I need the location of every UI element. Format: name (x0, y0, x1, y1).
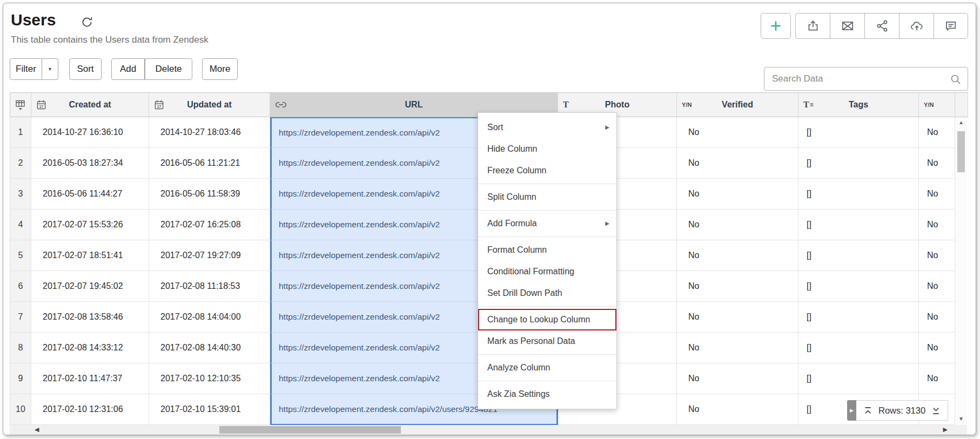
cell-updated-at[interactable]: 2014-10-27 18:03:46 (149, 117, 270, 148)
column-header-created-at[interactable]: 17 Created at (31, 92, 149, 117)
horizontal-scroll-thumb[interactable] (219, 426, 401, 434)
cell-verified[interactable]: No (677, 333, 798, 363)
cell-tags[interactable]: [] (798, 271, 919, 302)
add-row-button[interactable]: Add (111, 58, 145, 80)
cell-yn[interactable]: No (919, 363, 955, 394)
row-number[interactable]: 7 (10, 302, 31, 333)
cell-yn[interactable]: No (919, 117, 955, 148)
cell-updated-at[interactable]: 2017-02-08 11:18:53 (149, 271, 270, 302)
cell-yn[interactable]: No (919, 240, 955, 271)
menu-item-hide-column[interactable]: Hide Column (478, 138, 616, 160)
comment-button[interactable] (934, 13, 968, 39)
scroll-left-icon[interactable]: ◀ (35, 426, 39, 433)
menu-item-change-to-lookup-column[interactable]: Change to Lookup Column (478, 309, 616, 330)
cell-verified[interactable]: No (677, 210, 798, 240)
row-number[interactable]: 6 (10, 271, 31, 302)
go-to-top-button[interactable] (863, 406, 872, 415)
cell-tags[interactable]: [] (798, 117, 919, 148)
column-header-clipped[interactable]: Y/N (919, 92, 955, 117)
cell-verified[interactable]: No (677, 148, 798, 179)
vertical-scroll-thumb[interactable] (957, 131, 965, 172)
column-header-updated-at[interactable]: 17 Updated at (149, 92, 270, 117)
cell-tags[interactable]: [] (798, 148, 919, 179)
cell-updated-at[interactable]: 2016-05-06 11:58:39 (149, 179, 270, 210)
cell-yn[interactable]: No (919, 271, 955, 302)
row-number[interactable]: 8 (10, 333, 31, 363)
cell-yn[interactable]: No (919, 302, 955, 333)
cell-verified[interactable]: No (677, 240, 798, 271)
cell-yn[interactable]: No (919, 333, 955, 363)
cell-verified[interactable]: No (677, 363, 798, 394)
cell-created-at[interactable]: 2016-05-03 18:27:34 (31, 148, 149, 179)
cell-tags[interactable]: [] (798, 210, 919, 240)
cell-tags[interactable]: [] (798, 240, 919, 271)
refresh-icon[interactable] (80, 15, 94, 29)
cell-created-at[interactable]: 2016-05-06 11:44:27 (31, 179, 149, 210)
cell-tags[interactable]: [] (798, 333, 919, 363)
cell-yn[interactable]: No (919, 179, 955, 210)
filter-button[interactable]: Filter (10, 58, 42, 80)
scroll-up-icon[interactable]: ▲ (955, 119, 967, 125)
row-number[interactable]: 4 (10, 210, 31, 240)
cloud-upload-button[interactable] (899, 13, 934, 39)
cell-tags[interactable]: [] (798, 179, 919, 210)
row-number[interactable]: 5 (10, 240, 31, 271)
cell-verified[interactable]: No (677, 394, 798, 425)
column-header-tags[interactable]: T≡ Tags (798, 92, 919, 117)
share-button[interactable] (864, 13, 899, 39)
menu-item-mark-as-personal-data[interactable]: Mark as Personal Data (478, 330, 616, 352)
menu-item-conditional-formatting[interactable]: Conditional Formatting (478, 261, 616, 282)
cell-verified[interactable]: No (677, 179, 798, 210)
cell-created-at[interactable]: 2017-02-07 19:45:02 (31, 271, 149, 302)
horizontal-scrollbar[interactable]: ◀ ▶ (10, 425, 967, 435)
select-all-header[interactable] (10, 92, 31, 117)
cell-updated-at[interactable]: 2017-02-10 12:10:35 (149, 363, 270, 394)
row-number[interactable]: 3 (10, 179, 31, 210)
more-button[interactable]: More (202, 58, 238, 80)
sort-button[interactable]: Sort (69, 58, 102, 80)
menu-item-format-column[interactable]: Format Column (478, 239, 616, 261)
cell-created-at[interactable]: 2017-02-10 12:31:06 (31, 394, 149, 425)
scroll-right-icon[interactable]: ▶ (943, 426, 948, 433)
delete-button[interactable]: Delete (145, 58, 192, 80)
search-input[interactable] (764, 67, 968, 90)
cell-verified[interactable]: No (677, 117, 798, 148)
go-to-bottom-button[interactable] (931, 406, 941, 415)
menu-item-freeze-column[interactable]: Freeze Column (478, 160, 616, 181)
email-button[interactable] (830, 13, 864, 39)
cell-updated-at[interactable]: 2016-05-06 11:21:21 (149, 148, 270, 179)
row-number[interactable]: 2 (10, 148, 31, 179)
cell-yn[interactable]: No (919, 210, 955, 240)
cell-updated-at[interactable]: 2017-02-08 14:40:30 (149, 333, 270, 363)
row-number[interactable]: 1 (10, 117, 31, 148)
cell-created-at[interactable]: 2017-02-08 13:58:46 (31, 302, 149, 333)
cell-created-at[interactable]: 2017-02-08 14:33:12 (31, 333, 149, 363)
menu-item-add-formula[interactable]: Add Formula▶ (478, 213, 616, 234)
menu-item-sort[interactable]: Sort▶ (478, 117, 616, 138)
row-number[interactable]: 9 (10, 363, 31, 394)
collapse-tab[interactable]: ▶ (847, 400, 856, 421)
menu-item-set-drill-down-path[interactable]: Set Drill Down Path (478, 282, 616, 304)
cell-created-at[interactable]: 2017-02-10 11:47:37 (31, 363, 149, 394)
vertical-scrollbar[interactable]: ▲ ▼ (955, 117, 967, 425)
menu-item-analyze-column[interactable]: Analyze Column (478, 357, 616, 379)
cell-tags[interactable]: [] (798, 302, 919, 333)
cell-updated-at[interactable]: 2017-02-07 16:25:08 (149, 210, 270, 240)
menu-item-split-column[interactable]: Split Column (478, 186, 616, 208)
row-number[interactable]: 10 (10, 394, 31, 425)
cell-created-at[interactable]: 2017-02-07 15:53:26 (31, 210, 149, 240)
column-header-verified[interactable]: Y/N Verified (677, 92, 798, 117)
cell-verified[interactable]: No (677, 271, 798, 302)
cell-created-at[interactable]: 2017-02-07 18:51:41 (31, 240, 149, 271)
cell-tags[interactable]: [] (798, 363, 919, 394)
filter-dropdown-button[interactable]: ▼ (42, 58, 58, 80)
cell-updated-at[interactable]: 2017-02-07 19:27:09 (149, 240, 270, 271)
cell-updated-at[interactable]: 2017-02-08 14:04:00 (149, 302, 270, 333)
cell-yn[interactable]: No (919, 148, 955, 179)
cell-verified[interactable]: No (677, 302, 798, 333)
cell-created-at[interactable]: 2014-10-27 16:36:10 (31, 117, 149, 148)
scroll-down-icon[interactable]: ▼ (955, 416, 967, 422)
add-button[interactable] (761, 13, 791, 39)
cell-updated-at[interactable]: 2017-02-10 15:39:01 (149, 394, 270, 425)
menu-item-ask-zia-settings[interactable]: Ask Zia Settings (478, 383, 616, 405)
